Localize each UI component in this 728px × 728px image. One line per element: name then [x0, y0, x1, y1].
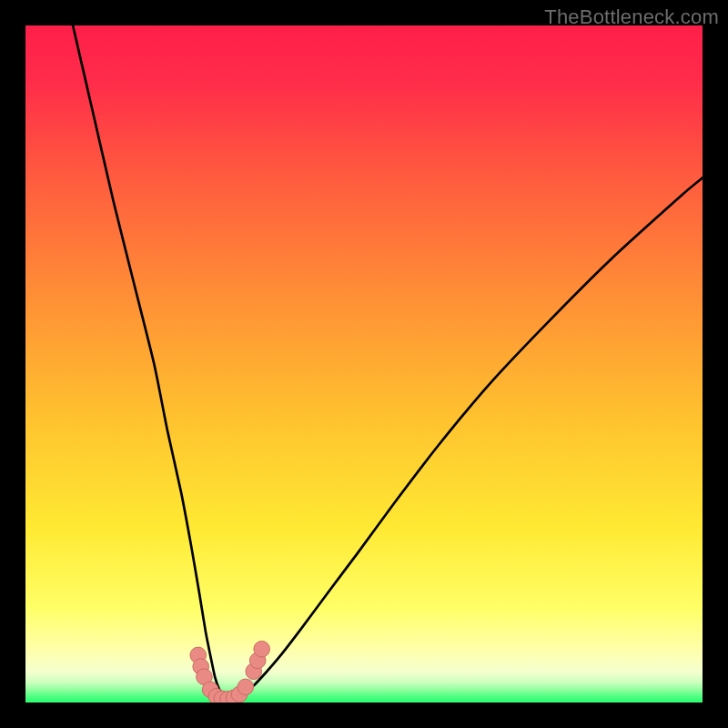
gradient-background [25, 25, 703, 703]
bottleneck-chart [25, 25, 703, 703]
data-marker [254, 641, 270, 657]
watermark-text: TheBottleneck.com [544, 5, 719, 29]
chart-frame [25, 25, 703, 703]
data-marker [238, 679, 254, 695]
